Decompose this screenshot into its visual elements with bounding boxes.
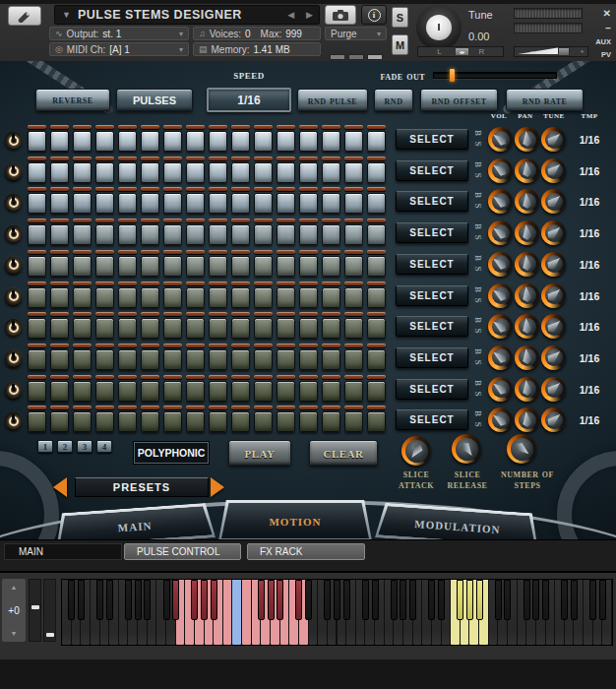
transpose-down-icon[interactable]: ▼ xyxy=(11,630,18,637)
rnd-pulse-button[interactable]: RND PULSE xyxy=(297,89,368,111)
vol-knob[interactable] xyxy=(488,158,513,183)
rnd-rate-button[interactable]: RND RATE xyxy=(506,89,584,111)
row-tempo-value[interactable]: 1/16 xyxy=(571,196,608,208)
volume-slider[interactable]: − + xyxy=(514,46,588,57)
piano-black-key[interactable] xyxy=(504,580,511,620)
slice-attack-knob[interactable] xyxy=(401,436,431,466)
piano-black-key[interactable] xyxy=(589,580,596,620)
tune-knob[interactable] xyxy=(541,283,566,308)
variation-button-3[interactable]: 3 xyxy=(77,440,92,453)
tune-knob[interactable] xyxy=(541,189,566,214)
transpose-up-icon[interactable]: ▲ xyxy=(11,584,18,591)
vol-knob[interactable] xyxy=(488,314,513,339)
select-button[interactable]: SELECT xyxy=(396,285,468,306)
piano-black-key[interactable] xyxy=(524,580,530,620)
tab-main[interactable]: MAIN xyxy=(54,502,216,539)
tune-knob[interactable] xyxy=(541,314,566,339)
vol-knob[interactable] xyxy=(488,407,513,432)
close-icon[interactable]: ✕ xyxy=(603,8,611,19)
instrument-title-bar[interactable]: ▼ PULSE STEMS DESIGNER ◀ ▶ xyxy=(54,5,320,25)
select-button[interactable]: SELECT xyxy=(396,254,468,275)
pulses-button[interactable]: PULSES xyxy=(116,89,193,111)
clear-button[interactable]: CLEAR xyxy=(309,440,378,466)
pan-slider-handle[interactable]: ◂▸ xyxy=(455,47,469,56)
piano-black-key[interactable] xyxy=(68,580,75,620)
tune-knob[interactable] xyxy=(541,220,566,245)
number-of-steps-knob[interactable] xyxy=(507,434,536,464)
rnd-offset-button[interactable]: RND OFFSET xyxy=(420,89,498,111)
select-button[interactable]: SELECT xyxy=(396,379,468,400)
pan-knob[interactable] xyxy=(515,283,539,308)
piano-white-key[interactable] xyxy=(223,580,232,645)
mute-button[interactable]: M xyxy=(392,34,408,55)
prev-instrument-icon[interactable]: ◀ xyxy=(281,10,300,20)
vol-knob[interactable] xyxy=(488,283,513,308)
pan-knob[interactable] xyxy=(515,345,539,370)
pan-knob[interactable] xyxy=(515,220,539,245)
piano-black-key[interactable] xyxy=(428,580,435,620)
fade-out-slider[interactable] xyxy=(433,72,557,79)
pan-slider[interactable]: L R ◂▸ xyxy=(417,46,504,57)
slice-release-knob[interactable] xyxy=(452,434,481,464)
row-tempo-value[interactable]: 1/16 xyxy=(571,290,608,302)
midi-channel-selector[interactable]: ◎ MIDI Ch: [A] 1 ▾ xyxy=(49,42,189,56)
solo-toggle[interactable]: S xyxy=(473,262,483,276)
piano-black-key[interactable] xyxy=(457,580,463,620)
solo-toggle[interactable]: S xyxy=(473,417,483,431)
vol-knob[interactable] xyxy=(488,377,513,402)
piano-black-key[interactable] xyxy=(172,580,179,620)
select-button[interactable]: SELECT xyxy=(396,409,468,430)
wrench-button[interactable] xyxy=(8,6,41,26)
piano-black-key[interactable] xyxy=(125,580,132,620)
piano-black-key[interactable] xyxy=(96,580,103,620)
piano-black-key[interactable] xyxy=(135,580,142,620)
pan-knob[interactable] xyxy=(515,189,539,214)
purge-menu[interactable]: Purge ▾ xyxy=(325,27,387,40)
keyboard-scrollbar-left[interactable] xyxy=(29,579,41,642)
vol-knob[interactable] xyxy=(488,189,513,214)
output-selector[interactable]: ∿ Output: st. 1 ▾ xyxy=(49,27,189,40)
performance-view-toggle[interactable]: PV xyxy=(601,50,611,59)
variation-button-1[interactable]: 1 xyxy=(37,440,53,453)
select-button[interactable]: SELECT xyxy=(396,129,468,150)
next-instrument-icon[interactable]: ▶ xyxy=(300,10,319,20)
select-button[interactable]: SELECT xyxy=(396,222,468,243)
play-button[interactable]: PLAY xyxy=(228,440,291,466)
piano-black-key[interactable] xyxy=(163,580,170,620)
pan-knob[interactable] xyxy=(515,158,539,183)
row-tempo-value[interactable]: 1/16 xyxy=(571,384,608,396)
piano-black-key[interactable] xyxy=(78,580,85,620)
piano-black-key[interactable] xyxy=(211,580,217,620)
select-button[interactable]: SELECT xyxy=(396,316,468,337)
solo-toggle[interactable]: S xyxy=(473,293,483,307)
piano-black-key[interactable] xyxy=(295,580,302,620)
reverse-button[interactable]: REVERSE xyxy=(35,89,110,111)
presets-prev-arrow[interactable] xyxy=(53,477,67,497)
script-tab-fx-rack[interactable]: FX RACK xyxy=(247,543,365,560)
speed-rate-selector[interactable]: 1/16 xyxy=(207,88,291,112)
scrollbar-handle[interactable] xyxy=(31,605,39,609)
row-tempo-value[interactable]: 1/16 xyxy=(571,134,608,146)
piano-black-key[interactable] xyxy=(391,580,398,620)
row-tempo-value[interactable]: 1/16 xyxy=(571,227,608,239)
tune-knob[interactable] xyxy=(541,127,566,152)
variation-button-2[interactable]: 2 xyxy=(57,440,73,453)
piano-black-key[interactable] xyxy=(561,580,568,620)
piano-black-key[interactable] xyxy=(409,580,416,620)
pan-knob[interactable] xyxy=(515,252,539,277)
scrollbar-handle[interactable] xyxy=(46,633,54,637)
vol-knob[interactable] xyxy=(488,127,513,152)
script-tab-main[interactable]: MAIN xyxy=(4,543,122,560)
piano-black-key[interactable] xyxy=(542,580,549,620)
tune-knob[interactable] xyxy=(541,158,566,183)
keyboard-scrollbar-right[interactable] xyxy=(43,579,56,642)
minimize-icon[interactable]: − xyxy=(605,23,611,33)
piano-black-key[interactable] xyxy=(362,580,369,620)
piano-black-key[interactable] xyxy=(258,580,265,620)
row-tempo-value[interactable]: 1/16 xyxy=(571,352,608,364)
pan-knob[interactable] xyxy=(515,314,539,339)
variation-button-4[interactable]: 4 xyxy=(96,440,112,453)
solo-button[interactable]: S xyxy=(392,7,408,28)
tune-knob[interactable] xyxy=(541,407,566,432)
vol-knob[interactable] xyxy=(488,252,513,277)
